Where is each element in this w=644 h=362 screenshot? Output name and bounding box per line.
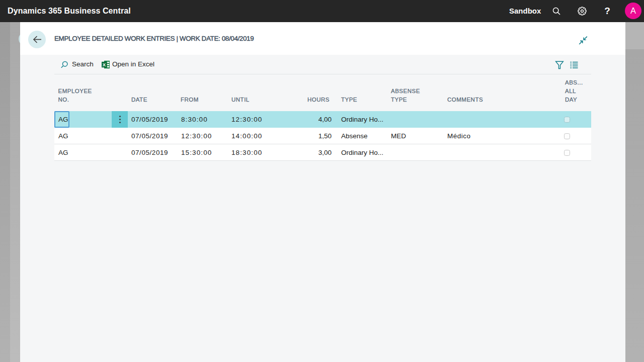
svg-text:X: X: [103, 62, 106, 67]
